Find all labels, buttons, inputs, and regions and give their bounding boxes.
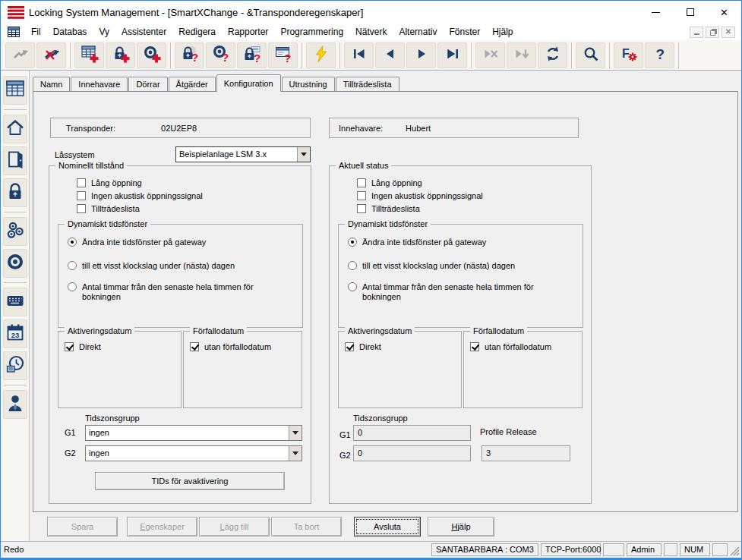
- cancel-record-button[interactable]: [475, 42, 505, 68]
- title-bar: Locking System Management - [SmartXChang…: [1, 1, 741, 24]
- tab-konfiguration[interactable]: Konfiguration: [216, 74, 281, 92]
- sidebar-person-button[interactable]: [3, 390, 27, 419]
- nominal-radio-hours-from[interactable]: Antal timmar från den senaste hela timme…: [68, 282, 288, 302]
- sidebar-matrix-button[interactable]: [3, 76, 27, 105]
- menu-vy[interactable]: Vy: [93, 24, 115, 39]
- new-locking-system-button[interactable]: [74, 42, 104, 68]
- filter-settings-button[interactable]: F: [614, 42, 643, 68]
- status-tcp-port: TCP-Port:6000: [541, 543, 601, 556]
- mdi-minimize-button[interactable]: [690, 27, 703, 38]
- close-button[interactable]: ✕: [707, 1, 741, 24]
- resize-grip-icon[interactable]: [730, 546, 740, 556]
- actual-checkbox-no-acoustic[interactable]: Ingen akustisk öppningssignal: [357, 191, 483, 200]
- connect-button[interactable]: [5, 42, 35, 68]
- status-ready-text: Redo: [1, 545, 431, 554]
- search-button[interactable]: [576, 42, 605, 68]
- radio-icon: [348, 238, 357, 247]
- maximize-button[interactable]: [673, 1, 707, 24]
- nominal-checkbox-access-list[interactable]: Tillträdeslista: [77, 204, 140, 213]
- menu-natverk[interactable]: Nätverk: [349, 24, 393, 39]
- nominal-checkbox-direct[interactable]: Direkt: [65, 342, 101, 351]
- actual-g1-field: 0: [353, 425, 471, 441]
- nominal-checkbox-no-acoustic[interactable]: Ingen akustisk öppningssignal: [77, 191, 203, 200]
- nominal-g2-select[interactable]: ingen: [85, 445, 302, 461]
- help-dialog-button[interactable]: Hjälp: [428, 517, 494, 536]
- exit-button[interactable]: Avsluta: [354, 517, 421, 536]
- menu-programmering[interactable]: Programmering: [274, 24, 349, 39]
- menu-redigera[interactable]: Redigera: [172, 24, 222, 39]
- nominal-checkbox-no-expiry[interactable]: utan förfallodatum: [190, 342, 271, 351]
- menu-assistenter[interactable]: Assistenter: [115, 24, 172, 39]
- nominal-activation-group: Aktiveringsdatum Direkt: [58, 331, 182, 408]
- sidebar-keyboard-button[interactable]: [3, 288, 27, 316]
- sidebar-door-button[interactable]: [3, 146, 27, 175]
- mdi-restore-button[interactable]: [706, 27, 719, 38]
- actual-radio-hours-from[interactable]: Antal timmar från den senaste hela timme…: [348, 282, 568, 302]
- toolbar-separator: [70, 42, 71, 68]
- g1-dropdown-button[interactable]: [289, 426, 302, 440]
- menu-fonster[interactable]: Fönster: [443, 24, 486, 39]
- close-icon: ✕: [720, 8, 728, 17]
- nominal-radio-fixed-time[interactable]: till ett visst klockslag under (nästa) d…: [68, 261, 235, 270]
- remove-button[interactable]: Ta bort: [271, 517, 342, 536]
- sidebar: 23: [1, 71, 30, 541]
- actual-radio-fixed-time[interactable]: till ett visst klockslag under (nästa) d…: [348, 261, 515, 270]
- sidebar-transponder-button[interactable]: [3, 249, 27, 278]
- help-button[interactable]: ?: [645, 42, 674, 68]
- menu-fil[interactable]: Fil: [25, 24, 47, 39]
- disconnect-button[interactable]: [36, 42, 66, 68]
- tab-namn[interactable]: Namn: [33, 77, 70, 91]
- refresh-button[interactable]: [538, 42, 567, 68]
- actual-radio-no-change[interactable]: Ändra inte tidsfönster på gateway: [348, 238, 486, 247]
- profile-release-label: Profile Release: [480, 427, 537, 436]
- tab-innehavare[interactable]: Innehavare: [71, 77, 128, 91]
- actual-checkbox-long-opening[interactable]: Lång öppning: [357, 178, 422, 187]
- tab-dorrar[interactable]: Dörrar: [128, 77, 167, 91]
- sidebar-home-button[interactable]: [3, 115, 27, 143]
- locking-system-select[interactable]: Beispielanlage LSM 3.x: [175, 146, 311, 162]
- actual-checkbox-direct[interactable]: Direkt: [345, 342, 381, 351]
- mdi-close-button[interactable]: ✕: [721, 27, 735, 38]
- last-record-button[interactable]: [437, 42, 467, 68]
- checkbox-icon: [357, 178, 366, 187]
- g2-dropdown-button[interactable]: [289, 446, 302, 461]
- sidebar-transponder-group-button[interactable]: [3, 217, 27, 246]
- actual-checkbox-no-expiry[interactable]: utan förfallodatum: [470, 342, 551, 351]
- nominal-checkbox-long-opening[interactable]: Lång öppning: [77, 178, 142, 187]
- actual-g2-label: G2: [339, 451, 351, 460]
- read-lock-button[interactable]: ?: [175, 42, 204, 68]
- tab-tilltradeslista[interactable]: Tillträdeslista: [336, 77, 399, 91]
- minimize-button[interactable]: [639, 1, 673, 24]
- new-transponder-button[interactable]: [137, 42, 166, 68]
- sidebar-calendar-button[interactable]: 23: [3, 319, 27, 348]
- actual-checkbox-access-list[interactable]: Tillträdeslista: [357, 204, 420, 213]
- nominal-radio-no-change[interactable]: Ändra inte tidsfönster på gateway: [68, 238, 206, 247]
- next-record-button[interactable]: [406, 42, 436, 68]
- menu-hjalp[interactable]: Hjälp: [486, 24, 519, 39]
- activation-title: Aktiveringsdatum: [345, 326, 415, 335]
- toolbar-separator: [609, 42, 610, 68]
- tab-utrustning[interactable]: Utrustning: [282, 77, 335, 91]
- read-lock-card-button[interactable]: ?: [237, 42, 267, 68]
- sidebar-lock-button[interactable]: [3, 178, 27, 207]
- locking-system-dropdown-button[interactable]: [297, 147, 310, 162]
- first-record-button[interactable]: [344, 42, 374, 68]
- add-button[interactable]: Lägg till: [199, 517, 270, 536]
- checkbox-icon: [357, 204, 366, 213]
- sidebar-timezone-clock-button[interactable]: [3, 351, 27, 380]
- nominal-g1-select[interactable]: ingen: [85, 425, 302, 441]
- tids-deactivation-button[interactable]: TIDs för avaktivering: [95, 472, 285, 490]
- save-button[interactable]: Spara: [47, 517, 118, 536]
- menu-alternativ[interactable]: Alternativ: [393, 24, 443, 39]
- read-window-button[interactable]: ?: [268, 42, 298, 68]
- program-flash-button[interactable]: [306, 42, 336, 68]
- previous-record-button[interactable]: [375, 42, 405, 68]
- menu-databas[interactable]: Databas: [47, 24, 93, 39]
- properties-button[interactable]: Egenskaper: [127, 517, 197, 536]
- tab-atgarder[interactable]: Åtgärder: [169, 77, 216, 91]
- apply-record-button[interactable]: [507, 42, 536, 68]
- read-transponder-button[interactable]: ?: [206, 42, 235, 68]
- checkbox-checked-icon: [65, 342, 74, 351]
- menu-rapporter[interactable]: Rapporter: [222, 24, 274, 39]
- new-lock-button[interactable]: [106, 42, 135, 68]
